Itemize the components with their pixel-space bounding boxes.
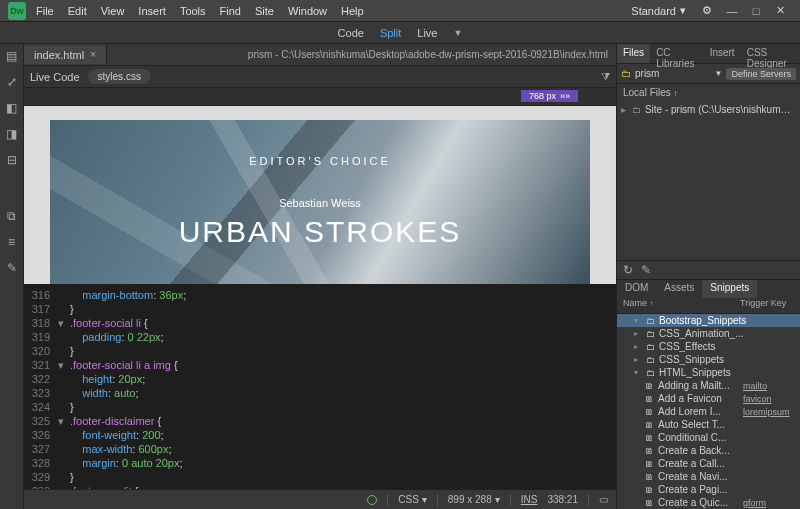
- define-servers-button[interactable]: Define Servers: [726, 68, 796, 80]
- code-line[interactable]: 320}: [24, 344, 616, 358]
- snippet-folder[interactable]: ▾🗀Bootstrap_Snippets: [617, 314, 800, 327]
- code-editor[interactable]: 316 margin-bottom: 36px;317}318▾.footer-…: [24, 284, 616, 489]
- view-split-button[interactable]: Split: [380, 27, 401, 39]
- code-line[interactable]: 327 max-width: 600px;: [24, 442, 616, 456]
- view-live-button[interactable]: Live: [417, 27, 437, 39]
- code-line[interactable]: 328 margin: 0 auto 20px;: [24, 456, 616, 470]
- expand-icon[interactable]: ⤢: [4, 74, 20, 90]
- tab-insert[interactable]: Insert: [704, 44, 741, 63]
- snippet-item[interactable]: 🗎Create a Call...: [617, 457, 800, 470]
- new-snippet-icon[interactable]: ✎: [641, 263, 651, 277]
- snippet-item[interactable]: 🗎Auto Select T...: [617, 418, 800, 431]
- snippet-folder[interactable]: ▸🗀CSS_Snippets: [617, 353, 800, 366]
- overflow-icon[interactable]: ▭: [599, 494, 608, 505]
- ruler[interactable]: 768 px »»: [24, 88, 616, 106]
- snippet-folder[interactable]: ▸🗀CSS_Animation_...: [617, 327, 800, 340]
- snippet-item[interactable]: 🗎Create a Quic...gform: [617, 496, 800, 509]
- window-maximize-button[interactable]: □: [744, 5, 768, 17]
- chevron-down-icon[interactable]: ▼: [453, 28, 462, 38]
- tab-snippets[interactable]: Snippets: [702, 280, 757, 298]
- dom-tool-icon[interactable]: ⧉: [4, 208, 20, 224]
- filter-icon[interactable]: ⧩: [601, 70, 610, 83]
- snippets-list[interactable]: ▾🗀Bootstrap_Snippets▸🗀CSS_Animation_...▸…: [617, 314, 800, 509]
- code-line[interactable]: 322 height: 20px;: [24, 372, 616, 386]
- inspect-icon[interactable]: ◨: [4, 126, 20, 142]
- language-mode[interactable]: CSS▾: [398, 494, 427, 505]
- expand-arrow-icon[interactable]: ▾: [631, 316, 641, 325]
- folder-icon: 🗀: [644, 316, 656, 326]
- tab-files[interactable]: Files: [617, 44, 650, 63]
- code-line[interactable]: 329}: [24, 470, 616, 484]
- menu-file[interactable]: File: [36, 5, 54, 17]
- code-line[interactable]: 324}: [24, 400, 616, 414]
- window-size[interactable]: 899 x 288▾: [448, 494, 500, 505]
- breakpoint-label: 768 px: [529, 91, 556, 101]
- hero-author: Sebastian Weiss: [279, 197, 361, 209]
- menu-edit[interactable]: Edit: [68, 5, 87, 17]
- chevron-down-icon[interactable]: ▼: [715, 69, 723, 78]
- window-close-button[interactable]: ✕: [768, 4, 792, 17]
- document-tabs: index.html × prism - C:\Users\nishkuma\D…: [24, 44, 616, 66]
- code-line[interactable]: 318▾.footer-social li {: [24, 316, 616, 330]
- snippet-folder[interactable]: ▸🗀CSS_Effects: [617, 340, 800, 353]
- live-code-label: Live Code: [30, 71, 80, 83]
- snippet-folder[interactable]: ▾🗀HTML_Snippets: [617, 366, 800, 379]
- expand-arrow-icon[interactable]: ▸: [631, 355, 641, 364]
- sync-settings-icon[interactable]: ⚙: [702, 4, 712, 17]
- code-line[interactable]: 325▾.footer-disclaimer {: [24, 414, 616, 428]
- left-toolbar: ▤ ⤢ ◧ ◨ ⊟ ⧉ ≡ ✎: [0, 44, 24, 509]
- collapse-icon[interactable]: ⊟: [4, 152, 20, 168]
- snippet-item[interactable]: 🗎Create a Pagi...: [617, 483, 800, 496]
- live-preview[interactable]: EDITOR'S CHOICE Sebastian Weiss URBAN ST…: [24, 106, 616, 284]
- site-name[interactable]: prism: [635, 68, 711, 79]
- tab-css-designer[interactable]: CSS Designer: [741, 44, 800, 63]
- status-bar: CSS▾ 899 x 288▾ INS 338:21 ▭: [24, 489, 616, 509]
- code-line[interactable]: 316 margin-bottom: 36px;: [24, 288, 616, 302]
- snippet-item[interactable]: 🗎Create a Back...: [617, 444, 800, 457]
- snippet-item[interactable]: 🗎Add Lorem I...loremipsum: [617, 405, 800, 418]
- code-line[interactable]: 317}: [24, 302, 616, 316]
- menu-insert[interactable]: Insert: [138, 5, 166, 17]
- menu-tools[interactable]: Tools: [180, 5, 206, 17]
- window-minimize-button[interactable]: —: [720, 5, 744, 17]
- code-line[interactable]: 326 font-weight: 200;: [24, 428, 616, 442]
- snippet-item[interactable]: 🗎Add a Faviconfavicon: [617, 392, 800, 405]
- expand-arrow-icon[interactable]: ▸: [631, 329, 641, 338]
- local-files-header: Local Files ↑: [617, 84, 800, 101]
- tab-cc-libraries[interactable]: CC Libraries: [650, 44, 704, 63]
- workspace-switcher[interactable]: Standard ▾: [631, 4, 686, 17]
- refresh-icon[interactable]: ↻: [623, 263, 633, 277]
- code-line[interactable]: 321▾.footer-social li a img {: [24, 358, 616, 372]
- close-tab-icon[interactable]: ×: [90, 49, 96, 60]
- menu-find[interactable]: Find: [220, 5, 241, 17]
- related-file-pill[interactable]: styles.css: [88, 69, 151, 84]
- menu-window[interactable]: Window: [288, 5, 327, 17]
- insert-mode[interactable]: INS: [521, 494, 538, 505]
- live-view-options-icon[interactable]: ◧: [4, 100, 20, 116]
- expand-arrow-icon[interactable]: ▸: [621, 104, 628, 115]
- document-tab[interactable]: index.html ×: [24, 46, 107, 64]
- menu-site[interactable]: Site: [255, 5, 274, 17]
- file-management-icon[interactable]: ▤: [4, 48, 20, 64]
- view-code-button[interactable]: Code: [338, 27, 364, 39]
- error-status-icon[interactable]: [367, 495, 377, 505]
- apply-comment-icon[interactable]: ✎: [4, 260, 20, 276]
- panel-tabs-bottom: DOM Assets Snippets: [617, 280, 800, 298]
- menu-view[interactable]: View: [101, 5, 125, 17]
- code-line[interactable]: 323 width: auto;: [24, 386, 616, 400]
- tab-dom[interactable]: DOM: [617, 280, 656, 298]
- snippet-item[interactable]: 🗎Adding a Mailt...mailto: [617, 379, 800, 392]
- expand-arrow-icon[interactable]: ▸: [631, 342, 641, 351]
- breakpoint-marker[interactable]: 768 px »»: [521, 90, 578, 102]
- expand-arrow-icon[interactable]: ▾: [631, 368, 641, 377]
- related-files-bar: Live Code styles.css ⧩: [24, 66, 616, 88]
- code-line[interactable]: 319 padding: 0 22px;: [24, 330, 616, 344]
- snippet-item[interactable]: 🗎Create a Navi...: [617, 470, 800, 483]
- format-source-icon[interactable]: ≡: [4, 234, 20, 250]
- site-root-row[interactable]: ▸ 🗀 Site - prism (C:\Users\nishkuma\Desk…: [621, 103, 796, 116]
- tab-assets[interactable]: Assets: [656, 280, 702, 298]
- snippet-file-icon: 🗎: [643, 498, 655, 508]
- file-tree[interactable]: ▸ 🗀 Site - prism (C:\Users\nishkuma\Desk…: [617, 101, 800, 118]
- snippet-item[interactable]: 🗎Conditional C...: [617, 431, 800, 444]
- menu-help[interactable]: Help: [341, 5, 364, 17]
